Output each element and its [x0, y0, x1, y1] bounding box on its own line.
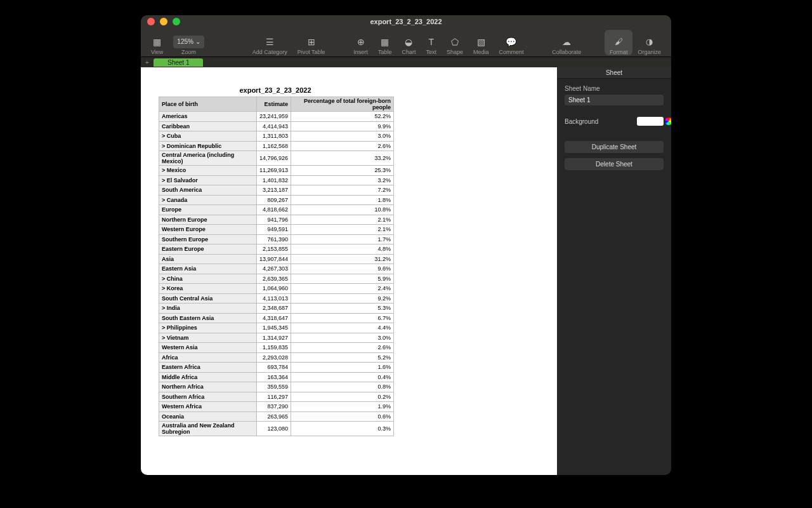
table-row[interactable]: South America3,213,1877.2% [159, 185, 394, 196]
cell-percentage[interactable]: 2.1% [291, 215, 394, 225]
cell-place[interactable]: > Canada [159, 195, 257, 205]
cell-percentage[interactable]: 2.6% [291, 343, 394, 353]
table-row[interactable]: Southern Africa116,2970.2% [159, 392, 394, 402]
cell-percentage[interactable]: 5.2% [291, 352, 394, 363]
cell-percentage[interactable]: 2.1% [291, 225, 394, 235]
cell-estimate[interactable]: 2,153,855 [257, 244, 291, 255]
cell-place[interactable]: Oceania [159, 411, 257, 422]
table-row[interactable]: > Canada809,2671.8% [159, 195, 394, 205]
media-button[interactable]: ▧Media [468, 30, 494, 55]
cell-percentage[interactable]: 9.6% [291, 264, 394, 274]
table-row[interactable]: Oceania263,9650.6% [159, 411, 394, 422]
cell-percentage[interactable]: 4.8% [291, 244, 394, 255]
cell-percentage[interactable]: 6.7% [291, 313, 394, 323]
cell-place[interactable]: Northern Europe [159, 215, 257, 225]
cell-place[interactable]: > Korea [159, 284, 257, 294]
table-row[interactable]: Eastern Europe2,153,8554.8% [159, 244, 394, 255]
cell-percentage[interactable]: 3.0% [291, 333, 394, 343]
organize-button[interactable]: ◑Organize [632, 30, 666, 55]
cell-estimate[interactable]: 359,559 [257, 382, 291, 392]
cell-estimate[interactable]: 1,162,568 [257, 141, 291, 151]
chart-button[interactable]: ◒Chart [396, 30, 421, 55]
cell-place[interactable]: South Central Asia [159, 293, 257, 304]
pivot-button[interactable]: ⊞ Pivot Table [292, 30, 331, 55]
cell-place[interactable]: Americas [159, 112, 257, 122]
header-row[interactable]: Place of birth Estimate Percentage of to… [159, 97, 394, 112]
cell-percentage[interactable]: 1.7% [291, 234, 394, 244]
cell-place[interactable]: Africa [159, 352, 257, 363]
cell-place[interactable]: Northern Africa [159, 382, 257, 392]
cell-percentage[interactable]: 0.3% [291, 422, 394, 436]
cell-percentage[interactable]: 3.0% [291, 131, 394, 142]
cell-place[interactable]: > Philippines [159, 323, 257, 333]
cell-estimate[interactable]: 4,818,662 [257, 205, 291, 215]
cell-percentage[interactable]: 52.2% [291, 112, 394, 122]
duplicate-sheet-button[interactable]: Duplicate Sheet [565, 141, 664, 153]
cell-percentage[interactable]: 33.2% [291, 151, 394, 166]
cell-estimate[interactable]: 123,080 [257, 422, 291, 436]
table-row[interactable]: Americas23,241,95952.2% [159, 112, 394, 122]
table-row[interactable]: South Eastern Asia4,318,6476.7% [159, 313, 394, 323]
header-percentage[interactable]: Percentage of total foreign-born people [291, 97, 394, 112]
add-category-button[interactable]: ☰ Add Category [247, 30, 292, 55]
comment-button[interactable]: 💬Comment [494, 30, 528, 55]
cell-place[interactable]: > Cuba [159, 131, 257, 142]
table-title[interactable]: export_23_2_23_2022 [159, 86, 392, 94]
cell-place[interactable]: > Dominican Republic [159, 141, 257, 151]
cell-estimate[interactable]: 693,784 [257, 363, 291, 373]
cell-place[interactable]: Southern Europe [159, 234, 257, 244]
cell-estimate[interactable]: 14,796,926 [257, 151, 291, 166]
table-button[interactable]: ▦Table [373, 30, 397, 55]
cell-estimate[interactable]: 3,213,187 [257, 185, 291, 196]
cell-place[interactable]: Eastern Europe [159, 244, 257, 255]
table-row[interactable]: > Vietnam1,314,9273.0% [159, 333, 394, 343]
cell-estimate[interactable]: 949,591 [257, 225, 291, 235]
table-row[interactable]: Middle Africa163,3640.4% [159, 372, 394, 382]
cell-place[interactable]: Western Europe [159, 225, 257, 235]
cell-estimate[interactable]: 1,401,832 [257, 175, 291, 185]
cell-percentage[interactable]: 9.2% [291, 293, 394, 304]
table-row[interactable]: South Central Asia4,113,0139.2% [159, 293, 394, 304]
cell-estimate[interactable]: 2,639,365 [257, 274, 291, 284]
table-row[interactable]: > China2,639,3655.9% [159, 274, 394, 284]
cell-place[interactable]: > Vietnam [159, 333, 257, 343]
format-button[interactable]: 🖌Format [605, 30, 633, 55]
insert-button[interactable]: ⊕Insert [348, 30, 373, 55]
cell-percentage[interactable]: 3.2% [291, 175, 394, 185]
delete-sheet-button[interactable]: Delete Sheet [565, 158, 664, 170]
table-row[interactable]: > Cuba1,311,8033.0% [159, 131, 394, 142]
cell-percentage[interactable]: 5.9% [291, 274, 394, 284]
add-sheet-button[interactable]: + [141, 59, 154, 66]
cell-place[interactable]: Middle Africa [159, 372, 257, 382]
table-row[interactable]: Western Asia1,159,8352.6% [159, 343, 394, 353]
cell-estimate[interactable]: 4,318,647 [257, 313, 291, 323]
cell-estimate[interactable]: 4,267,303 [257, 264, 291, 274]
cell-percentage[interactable]: 9.9% [291, 121, 394, 131]
header-estimate[interactable]: Estimate [257, 97, 291, 112]
cell-estimate[interactable]: 1,945,345 [257, 323, 291, 333]
table-row[interactable]: Eastern Asia4,267,3039.6% [159, 264, 394, 274]
cell-place[interactable]: Eastern Asia [159, 264, 257, 274]
cell-place[interactable]: Central America (including Mexico) [159, 151, 257, 166]
table-row[interactable]: Caribbean4,414,9439.9% [159, 121, 394, 131]
table-row[interactable]: Northern Europe941,7962.1% [159, 215, 394, 225]
cell-estimate[interactable]: 941,796 [257, 215, 291, 225]
cell-place[interactable]: Eastern Africa [159, 363, 257, 373]
cell-percentage[interactable]: 25.3% [291, 166, 394, 176]
table-row[interactable]: > India2,348,6875.3% [159, 304, 394, 314]
cell-percentage[interactable]: 4.4% [291, 323, 394, 333]
table-row[interactable]: Western Africa837,2901.9% [159, 402, 394, 412]
cell-percentage[interactable]: 1.9% [291, 402, 394, 412]
minimize-icon[interactable] [160, 18, 167, 25]
header-place[interactable]: Place of birth [159, 97, 257, 112]
text-button[interactable]: TText [421, 30, 442, 55]
table-row[interactable]: Northern Africa359,5590.8% [159, 382, 394, 392]
table-row[interactable]: > El Salvador1,401,8323.2% [159, 175, 394, 185]
cell-estimate[interactable]: 163,364 [257, 372, 291, 382]
background-color-swatch[interactable] [637, 117, 664, 126]
cell-estimate[interactable]: 1,064,960 [257, 284, 291, 294]
cell-estimate[interactable]: 23,241,959 [257, 112, 291, 122]
cell-place[interactable]: > India [159, 304, 257, 314]
cell-estimate[interactable]: 263,965 [257, 411, 291, 422]
cell-estimate[interactable]: 11,269,913 [257, 166, 291, 176]
